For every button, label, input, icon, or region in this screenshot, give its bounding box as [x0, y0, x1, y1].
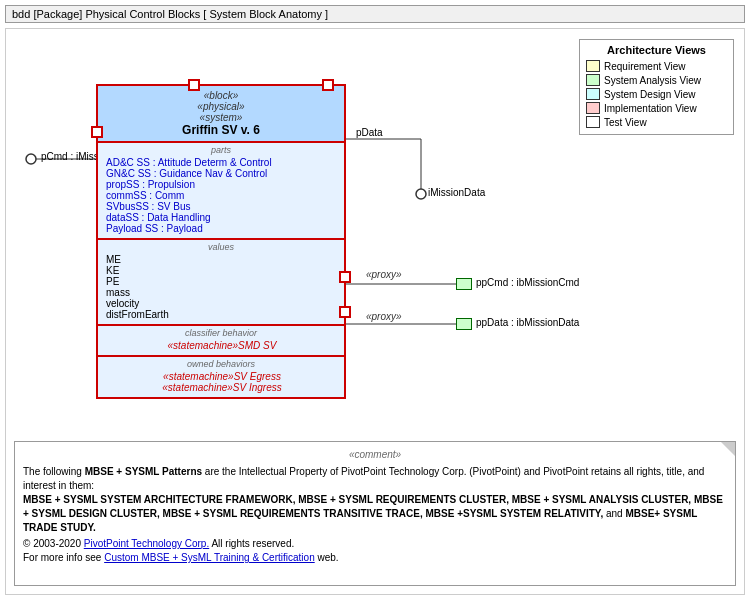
behavior-0: «statemachine»SV Egress [106, 371, 338, 382]
legend-box-sys [586, 74, 600, 86]
value-0: ME [106, 254, 338, 265]
legend-label-2: System Design View [604, 89, 696, 100]
legend-item-0: Requirement View [586, 60, 727, 72]
iMissionData-label: iMissionData [428, 187, 485, 198]
proxy-top-box [456, 278, 472, 290]
comment-text2b: and [603, 508, 625, 519]
values-content: ME KE PE mass velocity distFromEarth [98, 252, 344, 326]
port-left [91, 126, 103, 138]
legend-item-1: System Analysis View [586, 74, 727, 86]
legend: Architecture Views Requirement View Syst… [579, 39, 734, 135]
legend-box-test [586, 116, 600, 128]
title-bar: bdd [Package] Physical Control Blocks [ … [5, 5, 745, 23]
legend-item-3: Implementation View [586, 102, 727, 114]
behaviors-label: owned behaviors [98, 359, 344, 369]
block-header: «block» «physical» «system» Griffin SV v… [98, 86, 344, 143]
block-title: Griffin SV v. 6 [100, 123, 342, 137]
pData-label: pData [356, 127, 383, 138]
more-info-link[interactable]: Custom MBSE + SysML Training & Certifica… [104, 552, 315, 563]
comment-text1b: MBSE + SYSML Patterns [85, 466, 202, 477]
part-1: GN&C SS : Guidance Nav & Control [106, 168, 338, 179]
behavior-1: «statemachine»SV Ingress [106, 382, 338, 393]
proxy-bottom-box [456, 318, 472, 330]
port-top-right [322, 79, 334, 91]
behaviors-content: «statemachine»SV Egress «statemachine»SV… [98, 369, 344, 397]
legend-title: Architecture Views [586, 44, 727, 56]
classifier-content: «statemachine»SMD SV [98, 338, 344, 357]
title-text: bdd [Package] Physical Control Blocks [ … [12, 8, 328, 20]
legend-item-4: Test View [586, 116, 727, 128]
value-5: distFromEarth [106, 309, 338, 320]
svg-point-4 [26, 154, 36, 164]
parts-label: parts [98, 145, 344, 155]
classifier-text: «statemachine»SMD SV [168, 340, 277, 351]
stereotype-3: «system» [100, 112, 342, 123]
copyright-suffix: All rights reserved. [209, 538, 294, 549]
copyright-text: © 2003-2020 [23, 538, 84, 549]
ppData-label: ppData : ibMissionData [476, 317, 579, 328]
legend-box-req [586, 60, 600, 72]
more-info-text: For more info see [23, 552, 104, 563]
parts-content: AD&C SS : Attitude Determ & Control GN&C… [98, 155, 344, 240]
legend-label-3: Implementation View [604, 103, 697, 114]
part-3: commSS : Comm [106, 190, 338, 201]
griffin-block: «block» «physical» «system» Griffin SV v… [96, 84, 346, 399]
comment-title: «comment» [23, 448, 727, 462]
stereotype-1: «block» [100, 90, 342, 101]
part-6: Payload SS : Payload [106, 223, 338, 234]
legend-item-2: System Design View [586, 88, 727, 100]
part-4: SVbusSS : SV Bus [106, 201, 338, 212]
legend-label-1: System Analysis View [604, 75, 701, 86]
legend-box-impl [586, 102, 600, 114]
legend-label-4: Test View [604, 117, 647, 128]
port-proxy-bottom [339, 306, 351, 318]
value-4: velocity [106, 298, 338, 309]
more-info-suffix: web. [315, 552, 339, 563]
copyright-link[interactable]: PivotPoint Technology Corp. [84, 538, 209, 549]
svg-point-7 [416, 189, 426, 199]
ppCmd-label: ppCmd : ibMissionCmd [476, 277, 579, 288]
comment-text1: The following [23, 466, 85, 477]
comment-box: «comment» The following MBSE + SYSML Pat… [14, 441, 736, 586]
part-5: dataSS : Data Handling [106, 212, 338, 223]
part-2: propSS : Propulsion [106, 179, 338, 190]
comment-more-info: For more info see Custom MBSE + SysML Tr… [23, 551, 727, 565]
port-top-left [188, 79, 200, 91]
value-3: mass [106, 287, 338, 298]
values-label: values [98, 242, 344, 252]
part-0: AD&C SS : Attitude Determ & Control [106, 157, 338, 168]
diagram-area: iMissionCmd pCmd : iMissionCmd pData iMi… [5, 28, 745, 595]
proxy-top-label: «proxy» [366, 269, 402, 280]
port-proxy-top [339, 271, 351, 283]
classifier-label: classifier behavior [98, 328, 344, 338]
legend-box-design [586, 88, 600, 100]
legend-label-0: Requirement View [604, 61, 686, 72]
stereotype-2: «physical» [100, 101, 342, 112]
value-1: KE [106, 265, 338, 276]
comment-copyright: © 2003-2020 PivotPoint Technology Corp. … [23, 537, 727, 551]
value-2: PE [106, 276, 338, 287]
proxy-bottom-label: «proxy» [366, 311, 402, 322]
comment-text2: MBSE + SYSML SYSTEM ARCHITECTURE FRAMEWO… [23, 493, 727, 535]
comment-text: The following MBSE + SYSML Patterns are … [23, 465, 727, 493]
